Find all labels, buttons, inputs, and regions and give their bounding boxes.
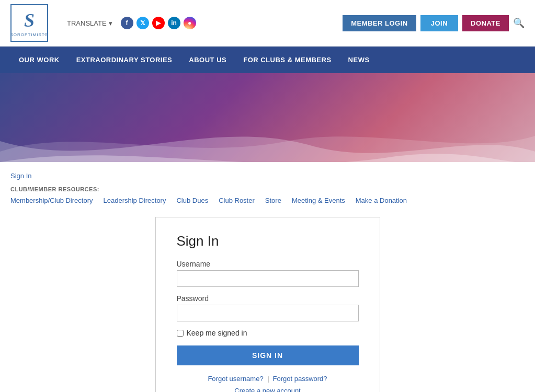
nav-item-extraordinary-stories[interactable]: EXTRAORDINARY STORIES [68, 47, 181, 73]
keep-signed-checkbox[interactable] [177, 330, 184, 337]
create-account-links: Create a new account [177, 387, 359, 392]
member-login-button[interactable]: MEMBER LOGIN [343, 15, 416, 31]
main-navigation: OUR WORK EXTRAORDINARY STORIES ABOUT US … [0, 47, 535, 73]
breadcrumb: Sign In [0, 162, 535, 182]
forgot-links: Forgot username? | Forgot password? [177, 375, 359, 383]
signin-title: Sign In [177, 233, 359, 249]
hero-banner [0, 73, 535, 162]
translate-label: TRANSLATE [67, 19, 107, 27]
search-icon: 🔍 [513, 18, 525, 28]
link-store[interactable]: Store [265, 194, 292, 206]
club-member-resources-label: CLUB/MEMBER RESOURCES: [0, 186, 535, 192]
link-make-donation[interactable]: Make a Donation [356, 194, 417, 206]
signin-breadcrumb-link[interactable]: Sign In [10, 172, 31, 180]
username-group: Username [177, 260, 359, 287]
logo-area[interactable]: S SOROPTIMIST® [10, 4, 48, 42]
create-account-link[interactable]: Create a new account [234, 387, 300, 392]
password-input[interactable] [177, 305, 359, 321]
linkedin-icon[interactable]: in [168, 17, 180, 29]
social-icons-group: f 𝕏 ▶ in ● [121, 17, 196, 29]
top-bar: S SOROPTIMIST® TRANSLATE ▾ f 𝕏 ▶ in ● ME… [0, 0, 535, 47]
nav-item-news[interactable]: NEWS [340, 47, 378, 73]
separator: | [267, 375, 269, 383]
link-club-roster[interactable]: Club Roster [219, 194, 265, 206]
donate-button[interactable]: DONATE [462, 15, 509, 31]
instagram-icon[interactable]: ● [184, 17, 196, 29]
sign-in-button[interactable]: SIGN IN [177, 345, 359, 365]
chevron-down-icon: ▾ [109, 19, 112, 27]
forgot-username-link[interactable]: Forgot username? [208, 375, 263, 383]
member-links-group: Membership/Club Directory Leadership Dir… [0, 192, 535, 217]
username-label: Username [177, 260, 359, 268]
username-input[interactable] [177, 270, 359, 287]
facebook-icon[interactable]: f [121, 17, 133, 29]
join-button[interactable]: JOIN [420, 15, 458, 31]
link-membership-club-directory[interactable]: Membership/Club Directory [10, 194, 104, 206]
signin-form-container: Sign In Username Password Keep me signed… [155, 217, 380, 392]
link-meeting-events[interactable]: Meeting & Events [292, 194, 356, 206]
forgot-password-link[interactable]: Forgot password? [273, 375, 327, 383]
link-club-dues[interactable]: Club Dues [176, 194, 219, 206]
password-group: Password [177, 294, 359, 321]
keep-signed-label: Keep me signed in [187, 329, 247, 337]
password-label: Password [177, 294, 359, 303]
translate-button[interactable]: TRANSLATE ▾ [67, 19, 112, 27]
keep-signed-group: Keep me signed in [177, 329, 359, 337]
nav-item-our-work[interactable]: OUR WORK [10, 47, 68, 73]
link-leadership-directory[interactable]: Leadership Directory [104, 194, 177, 206]
search-button[interactable]: 🔍 [513, 17, 525, 29]
logo-s-letter: S [24, 9, 35, 31]
site-logo[interactable]: S SOROPTIMIST® [10, 4, 48, 42]
top-bar-right: MEMBER LOGIN JOIN DONATE 🔍 [343, 15, 525, 31]
youtube-icon[interactable]: ▶ [152, 17, 165, 29]
logo-tagline: SOROPTIMIST® [10, 32, 49, 37]
nav-item-about-us[interactable]: ABOUT US [180, 47, 235, 73]
top-bar-left: S SOROPTIMIST® TRANSLATE ▾ f 𝕏 ▶ in ● [10, 4, 196, 42]
twitter-icon[interactable]: 𝕏 [136, 17, 149, 29]
nav-item-for-clubs-members[interactable]: FOR CLUBS & MEMBERS [235, 47, 339, 73]
